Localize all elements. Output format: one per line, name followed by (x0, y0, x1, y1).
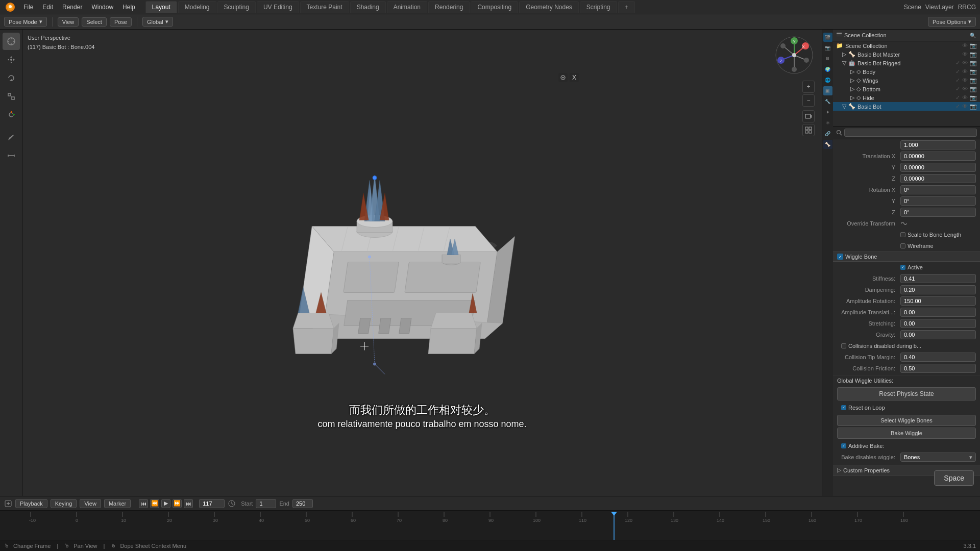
tab-add[interactable]: + (618, 1, 635, 13)
zoom-out-btn[interactable]: − (802, 94, 815, 107)
outliner-item-scene-collection[interactable]: 📁 Scene Collection 👁 📷 (833, 41, 980, 50)
props-icon-constraints[interactable]: 🔗 (823, 129, 832, 138)
props-icon-scene[interactable]: 🌍 (823, 65, 832, 74)
tab-texture-paint[interactable]: Texture Paint (300, 1, 349, 13)
playback-btn[interactable]: Playback (15, 499, 47, 508)
active-cb[interactable]: ✓ (900, 265, 905, 270)
visibility-icon[interactable]: 👁 (962, 42, 968, 49)
marker-btn[interactable]: Marker (104, 499, 131, 508)
wiggle-bone-section-header[interactable]: ✓ Wiggle Bone (833, 252, 980, 262)
props-icon-output[interactable]: 📷 (823, 43, 832, 53)
timeline-track[interactable]: -10 0 10 20 30 40 50 60 70 80 (0, 511, 980, 540)
amplitude-trans-value[interactable]: 0.00 (900, 308, 976, 317)
outliner-filter-btn[interactable]: 🔍 (969, 31, 977, 39)
props-icon-world[interactable]: 🌐 (823, 76, 832, 85)
current-frame-input[interactable]: 117 (199, 499, 225, 508)
props-icon-modifier[interactable]: 🔧 (823, 97, 832, 106)
props-search-input[interactable] (844, 129, 977, 137)
tab-modeling[interactable]: Modeling (178, 1, 216, 13)
pivot-selector[interactable]: Global ▾ (142, 17, 173, 27)
move-tool[interactable] (3, 51, 20, 68)
select-btn[interactable]: Select (82, 17, 107, 27)
reset-loop-cb[interactable]: ✓ (841, 405, 846, 410)
menu-window[interactable]: Window (87, 3, 117, 12)
tab-layout[interactable]: Layout (145, 1, 177, 13)
xray-toggle[interactable]: X (570, 73, 579, 82)
jump-end-btn[interactable]: ⏭ (184, 499, 193, 508)
select-wiggle-bones-btn[interactable]: Select Wiggle Bones (837, 415, 976, 426)
viewport-nav-gizmo[interactable]: X Y Z (774, 35, 815, 77)
outliner-item-wings[interactable]: ▷ ◇ Wings ✓👁📷 (833, 76, 980, 85)
blender-logo[interactable] (4, 1, 16, 13)
camera-btn[interactable] (802, 110, 815, 122)
translation-z-value[interactable]: 0.00000 (900, 174, 976, 183)
tab-scripting[interactable]: Scripting (580, 1, 617, 13)
zoom-in-btn[interactable]: + (802, 81, 815, 93)
play-btn[interactable]: ▶ (161, 499, 170, 508)
rotation-x-value[interactable]: 0° (900, 185, 976, 194)
stretching-value[interactable]: 0.00 (900, 319, 976, 328)
tab-shading[interactable]: Shading (350, 1, 386, 13)
props-icon-physics[interactable]: ⚛ (823, 118, 832, 128)
bake-disables-value[interactable]: Bones ▾ (900, 453, 976, 462)
tab-sculpting[interactable]: Sculpting (217, 1, 256, 13)
props-icon-particles[interactable]: ✦ (823, 108, 832, 117)
reset-physics-btn[interactable]: Reset Physics State (837, 387, 976, 400)
next-frame-btn[interactable]: ⏩ (173, 499, 182, 508)
amplitude-rot-value[interactable]: 150.00 (900, 296, 976, 306)
menu-render[interactable]: Render (58, 3, 86, 12)
outliner-item-bottom[interactable]: ▷ ◇ Bottom ✓👁📷 (833, 85, 980, 93)
menu-file[interactable]: File (19, 3, 37, 12)
menu-help[interactable]: Help (118, 3, 139, 12)
collision-tip-value[interactable]: 0.40 (900, 353, 976, 362)
wireframe-checkbox[interactable] (900, 243, 905, 248)
robot-3d-view[interactable] (211, 114, 569, 412)
tl-view-btn[interactable]: View (80, 499, 101, 508)
tab-rendering[interactable]: Rendering (428, 1, 470, 13)
top-value[interactable]: 1.000 (900, 140, 976, 149)
props-icon-render[interactable]: 🎬 (823, 33, 832, 42)
rotation-y-value[interactable]: 0° (900, 196, 976, 206)
render-icon[interactable]: 📷 (970, 42, 977, 49)
jump-start-btn[interactable]: ⏮ (139, 499, 148, 508)
props-icon-object[interactable]: ▣ (823, 86, 832, 95)
measure-tool[interactable] (3, 147, 20, 164)
transform-tool[interactable] (3, 106, 20, 123)
prev-frame-btn[interactable]: ⏪ (150, 499, 159, 508)
translation-x-value[interactable]: 0.00000 (900, 152, 976, 161)
gravity-value[interactable]: 0.00 (900, 330, 976, 339)
vis-icon-1[interactable]: 👁 (962, 51, 968, 58)
additive-bake-cb[interactable]: ✓ (841, 443, 846, 448)
outliner-item-hide[interactable]: ▷ ◇ Hide ✓👁📷 (833, 93, 980, 102)
view-btn[interactable]: View (58, 17, 79, 27)
scale-tool[interactable] (3, 88, 20, 105)
menu-edit[interactable]: Edit (38, 3, 57, 12)
pose-btn[interactable]: Pose (110, 17, 132, 27)
tab-animation[interactable]: Animation (387, 1, 427, 13)
tab-compositing[interactable]: Compositing (471, 1, 518, 13)
bake-wiggle-btn[interactable]: Bake Wiggle (837, 428, 976, 439)
mode-selector[interactable]: Pose Mode ▾ (4, 17, 47, 27)
ren-icon-1[interactable]: 📷 (970, 51, 977, 58)
grid-btn[interactable] (802, 124, 815, 136)
rotate-tool[interactable] (3, 69, 20, 87)
rotation-z-value[interactable]: 0° (900, 208, 976, 217)
collision-friction-value[interactable]: 0.50 (900, 364, 976, 373)
cursor-tool[interactable] (3, 33, 20, 50)
props-icon-view[interactable]: 🖥 (823, 54, 832, 63)
start-frame-input[interactable]: 1 (256, 499, 276, 508)
wiggle-active-checkbox[interactable]: ✓ (837, 254, 843, 260)
translation-y-value[interactable]: 0.00000 (900, 163, 976, 172)
space-button[interactable]: Space (934, 470, 974, 486)
viewport-overlay-toggle[interactable] (558, 73, 568, 82)
outliner-item-basic-bot[interactable]: ▽ 🦴 Basic Bot ✓👁📷 (833, 102, 980, 111)
annotate-tool[interactable] (3, 129, 20, 146)
end-frame-input[interactable]: 250 (292, 499, 313, 508)
outliner-item-basic-bot-master[interactable]: ▷ 🦴 Basic Bot Master 👁 📷 (833, 50, 980, 59)
collisions-checkbox[interactable] (841, 343, 846, 348)
stiffness-value[interactable]: 0.41 (900, 274, 976, 283)
outliner-item-body[interactable]: ▷ ◇ Body ✓👁📷 (833, 67, 980, 76)
props-icon-bone[interactable]: 🦴 (823, 140, 832, 149)
dampening-value[interactable]: 0.20 (900, 285, 976, 294)
outliner-item-basic-bot-rigged[interactable]: ▽ 🤖 Basic Bot Rigged ✓👁📷 (833, 59, 980, 67)
